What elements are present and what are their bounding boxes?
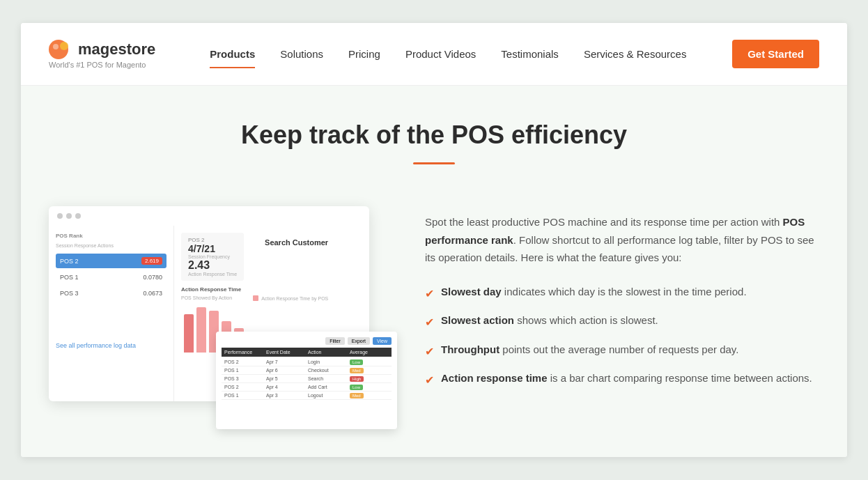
- feature-bold-3: Action response time: [441, 372, 548, 384]
- pos-row-0: POS 2 2.619: [56, 254, 166, 268]
- col-event-date: Event Date: [266, 350, 305, 355]
- row-4-col-0: POS 1: [224, 393, 263, 398]
- pos-rank-subtitle: Session Response Actions: [56, 243, 166, 248]
- pos-search-label: Search Customer: [265, 238, 362, 247]
- nav-item-products[interactable]: Products: [197, 42, 268, 65]
- nav-item-testimonials[interactable]: Testimonials: [488, 42, 571, 65]
- row-4-badge: Med: [350, 393, 389, 398]
- feature-text-0: Slowest day indicates which day is the s…: [441, 284, 747, 300]
- navbar: magestore World's #1 POS for Magento Pro…: [21, 23, 847, 86]
- screenshot-area: POS Rank Session Response Actions POS 2 …: [49, 206, 383, 415]
- checkmark-2: ✔: [425, 343, 434, 361]
- row-0-col-2: Login: [308, 359, 347, 364]
- checkmark-1: ✔: [425, 313, 434, 332]
- logo-tagline: World's #1 POS for Magento: [49, 61, 155, 69]
- hero-title: Keep track of the POS efficiency: [49, 121, 819, 150]
- chart-title: Action Response Time: [181, 286, 362, 293]
- col-average: Average: [350, 350, 389, 355]
- row-1-col-0: POS 1: [224, 368, 263, 373]
- overlay-btn-1[interactable]: Filter: [325, 337, 345, 345]
- row-3-col-2: Add Cart: [308, 385, 347, 389]
- table-row-2: POS 3 Apr 5 Search High: [222, 375, 392, 383]
- chart-bar-0: [184, 314, 194, 353]
- row-0-col-0: POS 2: [224, 359, 263, 364]
- hero-title-area: Keep track of the POS efficiency: [49, 121, 819, 164]
- feature-item-1: ✔ Slowest action shows which action is s…: [425, 312, 819, 332]
- row-2-col-0: POS 3: [224, 376, 263, 381]
- pos-date-box: POS 2 4/7/21 Session Frequency 2.43 Acti…: [181, 233, 244, 281]
- nav-links: Products Solutions Pricing Product Video…: [197, 42, 732, 65]
- row-3-col-0: POS 2: [224, 385, 263, 389]
- hero-divider: [413, 162, 455, 164]
- table-row-1: POS 1 Apr 6 Checkout Med: [222, 366, 392, 375]
- chart-legend: POS Showed By Action Action Response Tim…: [181, 295, 362, 301]
- col-performance: Performance: [224, 350, 263, 355]
- pos-date-label: POS 2: [188, 237, 237, 243]
- pos-row-2: POS 3 0.0673: [56, 286, 166, 300]
- nav-item-pricing[interactable]: Pricing: [336, 42, 393, 65]
- row-2-col-2: Search: [308, 376, 347, 381]
- get-started-button[interactable]: Get Started: [732, 40, 819, 68]
- checkmark-3: ✔: [425, 371, 434, 389]
- row-2-col-1: Apr 5: [266, 376, 305, 381]
- see-all-link[interactable]: See all performance log data: [56, 342, 166, 349]
- row-1-col-1: Apr 6: [266, 368, 305, 373]
- feature-item-3: ✔ Action response time is a bar chart co…: [425, 370, 819, 389]
- feature-item-0: ✔ Slowest day indicates which day is the…: [425, 284, 819, 303]
- row-1-badge: Med: [350, 368, 389, 373]
- feature-text-3: Action response time is a bar chart comp…: [441, 370, 812, 387]
- svg-point-1: [60, 42, 68, 50]
- overlay-btn-3[interactable]: View: [373, 337, 392, 345]
- dot-1: [57, 213, 63, 219]
- feature-list: ✔ Slowest day indicates which day is the…: [425, 284, 819, 389]
- hero-section: Keep track of the POS efficiency POS Ran…: [21, 86, 847, 457]
- checkmark-0: ✔: [425, 285, 434, 303]
- nav-item-solutions[interactable]: Solutions: [268, 42, 336, 65]
- pos-row-label-2: POS 3: [60, 290, 79, 297]
- overlay-table-header: Performance Event Date Action Average: [222, 348, 392, 357]
- pos-row-1: POS 1 0.0780: [56, 270, 166, 284]
- pos-left-panel: POS Rank Session Response Actions POS 2 …: [49, 226, 174, 401]
- pos-date-val: 4/7/21: [188, 243, 237, 254]
- mockup-overlay: Filter Export View Performance Event Dat…: [216, 332, 397, 429]
- nav-item-product-videos[interactable]: Product Videos: [393, 42, 488, 65]
- row-0-badge: Low: [350, 359, 389, 364]
- table-row-3: POS 2 Apr 4 Add Cart Low: [222, 383, 392, 392]
- nav-item-services[interactable]: Services & Resources: [571, 42, 699, 65]
- legend-label: Action Response Time by POS: [261, 296, 328, 301]
- overlay-controls: Filter Export View: [222, 337, 392, 345]
- overlay-btn-2[interactable]: Export: [348, 337, 370, 345]
- pos-right-header: POS 2 4/7/21 Session Frequency 2.43 Acti…: [181, 233, 362, 281]
- legend-color: [253, 295, 258, 301]
- logo-text: magestore: [49, 40, 155, 59]
- pos-row-badge-0: 2.619: [141, 257, 162, 265]
- logo-area: magestore World's #1 POS for Magento: [49, 40, 155, 69]
- row-4-col-1: Apr 3: [266, 393, 305, 398]
- feature-bold-0: Slowest day: [441, 286, 502, 297]
- row-2-badge: High: [350, 376, 389, 381]
- pos-row-label-0: POS 2: [60, 258, 79, 265]
- pos-row-val-1: 0.0780: [143, 274, 162, 281]
- pos-sublabel: Session Frequency: [188, 254, 237, 259]
- svg-point-2: [53, 44, 59, 49]
- feature-text-1: Slowest action shows which action is slo…: [441, 312, 658, 329]
- pos-row-val-2: 0.0673: [143, 290, 162, 297]
- chart-subtitle: POS Showed By Action: [181, 295, 232, 300]
- pos-search-area: Search Customer: [258, 233, 362, 281]
- feature-bold-2: Throughput: [441, 343, 499, 355]
- feature-bold-1: Slowest action: [441, 314, 514, 326]
- pos-rank-title: POS Rank: [56, 233, 166, 239]
- table-row-0: POS 2 Apr 7 Login Low: [222, 358, 392, 366]
- content-row: POS Rank Session Response Actions POS 2 …: [49, 192, 819, 415]
- page-wrapper: magestore World's #1 POS for Magento Pro…: [21, 23, 847, 457]
- dot-3: [75, 213, 81, 219]
- row-3-col-1: Apr 4: [266, 385, 305, 389]
- row-1-col-2: Checkout: [308, 368, 347, 373]
- description-paragraph: Spot the least productive POS machine an…: [425, 213, 819, 267]
- feature-item-2: ✔ Throughput points out the average numb…: [425, 341, 819, 361]
- row-4-col-2: Logout: [308, 393, 347, 398]
- pos-num-sublabel: Action Response Time: [188, 272, 237, 277]
- logo-icon: [49, 40, 74, 59]
- chart-bar-1: [196, 307, 206, 353]
- text-content: Spot the least productive POS machine an…: [425, 206, 819, 389]
